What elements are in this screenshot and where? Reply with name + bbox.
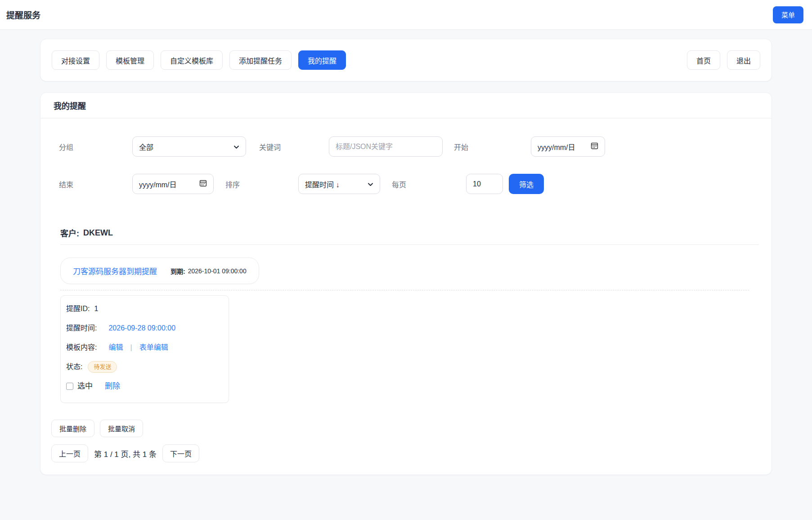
start-date-label: 开始 xyxy=(454,141,531,152)
start-date-value: yyyy/mm/日 xyxy=(538,141,575,152)
group-select[interactable]: 全部 xyxy=(132,136,246,157)
reminder-item-card: 提醒ID: 1 提醒时间: 2026-09-28 09:00:00 模板内容: … xyxy=(60,295,229,403)
app-title: 提醒服务 xyxy=(6,9,40,21)
next-page-button[interactable]: 下一页 xyxy=(162,444,199,462)
nav-tab-template-management[interactable]: 模板管理 xyxy=(106,50,154,70)
calendar-icon xyxy=(199,179,207,189)
select-label: 选中 xyxy=(77,380,93,392)
status-badge: 待发送 xyxy=(88,361,117,373)
due-label: 到期: xyxy=(170,267,185,276)
per-page-label: 每页 xyxy=(392,179,466,190)
reminder-group-pill[interactable]: 刀客源码服务器到期提醒 到期: 2026-10-01 09:00:00 xyxy=(60,258,259,284)
reminder-time-link[interactable]: 2026-09-28 09:00:00 xyxy=(108,322,175,334)
edit-link[interactable]: 编辑 xyxy=(108,342,123,353)
link-separator: | xyxy=(130,342,132,353)
template-content-row: 模板内容: 编辑 | 表单编辑 xyxy=(66,342,223,353)
calendar-icon xyxy=(591,142,598,151)
per-page-input[interactable] xyxy=(466,174,503,194)
template-content-label: 模板内容: xyxy=(66,342,97,353)
sort-select-value: 提醒时间 ↓ xyxy=(305,179,339,190)
bulk-delete-button[interactable]: 批量删除 xyxy=(51,420,94,437)
nav-tab-custom-template-library[interactable]: 自定义模板库 xyxy=(161,50,223,70)
prev-page-button[interactable]: 上一页 xyxy=(51,444,88,462)
customer-heading: 客户: DKEWL xyxy=(60,227,759,239)
filter-row-1: 分组 全部 关键词 开始 yyyy/mm/日 xyxy=(59,136,754,157)
nav-toolbar: 对接设置 模板管理 自定义模板库 添加提醒任务 我的提醒 首页 退出 xyxy=(40,39,772,81)
customer-label: 客户: xyxy=(60,227,79,239)
end-date-value: yyyy/mm/日 xyxy=(139,179,177,190)
bulk-cancel-button[interactable]: 批量取消 xyxy=(100,420,143,437)
select-row: 选中 删除 xyxy=(66,380,223,392)
reminder-time-row: 提醒时间: 2026-09-28 09:00:00 xyxy=(66,322,223,334)
end-date-label: 结束 xyxy=(59,179,132,190)
my-reminders-panel: 我的提醒 分组 全部 关键词 开始 yyyy/mm/日 xyxy=(40,92,772,475)
filter-row-2: 结束 yyyy/mm/日 排序 提醒时间 ↓ 每页 筛选 xyxy=(59,174,754,194)
bulk-actions: 批量删除 批量取消 xyxy=(51,420,761,437)
delete-link[interactable]: 删除 xyxy=(105,380,120,392)
keyword-input[interactable] xyxy=(329,136,443,157)
nav-tab-my-reminders[interactable]: 我的提醒 xyxy=(298,50,346,70)
filter-section: 分组 全部 关键词 开始 yyyy/mm/日 结束 xyxy=(40,118,772,194)
panel-header: 我的提醒 xyxy=(40,93,772,118)
nav-tab-add-reminder-task[interactable]: 添加提醒任务 xyxy=(229,50,292,70)
chevron-down-icon xyxy=(233,143,239,151)
group-label: 分组 xyxy=(59,141,132,152)
start-date-input[interactable]: yyyy/mm/日 xyxy=(531,136,605,157)
panel-footer: 批量删除 批量取消 上一页 第 1 / 1 页, 共 1 条 下一页 xyxy=(40,420,772,462)
nav-tabs: 对接设置 模板管理 自定义模板库 添加提醒任务 我的提醒 xyxy=(52,50,346,70)
sort-select[interactable]: 提醒时间 ↓ xyxy=(298,174,380,194)
sort-label: 排序 xyxy=(225,179,298,190)
dashed-divider xyxy=(60,290,749,290)
home-button[interactable]: 首页 xyxy=(687,50,720,70)
status-row: 状态: 待发送 xyxy=(66,361,223,373)
pagination-info: 第 1 / 1 页, 共 1 条 xyxy=(94,448,157,459)
chevron-down-icon xyxy=(368,180,373,188)
reminder-group-link[interactable]: 刀客源码服务器到期提醒 xyxy=(73,265,157,276)
end-date-input[interactable]: yyyy/mm/日 xyxy=(132,174,214,194)
reminder-id-value: 1 xyxy=(94,303,98,315)
logout-button[interactable]: 退出 xyxy=(727,50,760,70)
reminder-time-label: 提醒时间: xyxy=(66,322,97,334)
app-header: 提醒服务 菜单 xyxy=(0,0,812,30)
select-checkbox[interactable] xyxy=(66,383,73,390)
reminder-id-label: 提醒ID: xyxy=(66,303,90,315)
due-value: 2026-10-01 09:00:00 xyxy=(188,267,247,275)
pagination: 上一页 第 1 / 1 页, 共 1 条 下一页 xyxy=(51,444,761,462)
status-label: 状态: xyxy=(66,361,82,373)
nav-actions: 首页 退出 xyxy=(687,50,760,70)
form-edit-link[interactable]: 表单编辑 xyxy=(139,342,168,353)
panel-title: 我的提醒 xyxy=(54,102,86,111)
customer-name: DKEWL xyxy=(83,228,113,238)
group-select-value: 全部 xyxy=(139,141,153,152)
reminder-list: 客户: DKEWL 刀客源码服务器到期提醒 到期: 2026-10-01 09:… xyxy=(40,227,772,403)
reminder-id-row: 提醒ID: 1 xyxy=(66,303,223,315)
page-container: 对接设置 模板管理 自定义模板库 添加提醒任务 我的提醒 首页 退出 我的提醒 … xyxy=(40,39,772,520)
menu-button[interactable]: 菜单 xyxy=(773,6,803,23)
keyword-label: 关键词 xyxy=(259,141,329,152)
filter-button[interactable]: 筛选 xyxy=(509,174,544,194)
nav-tab-connection-settings[interactable]: 对接设置 xyxy=(52,50,99,70)
due-info: 到期: 2026-10-01 09:00:00 xyxy=(170,267,247,276)
